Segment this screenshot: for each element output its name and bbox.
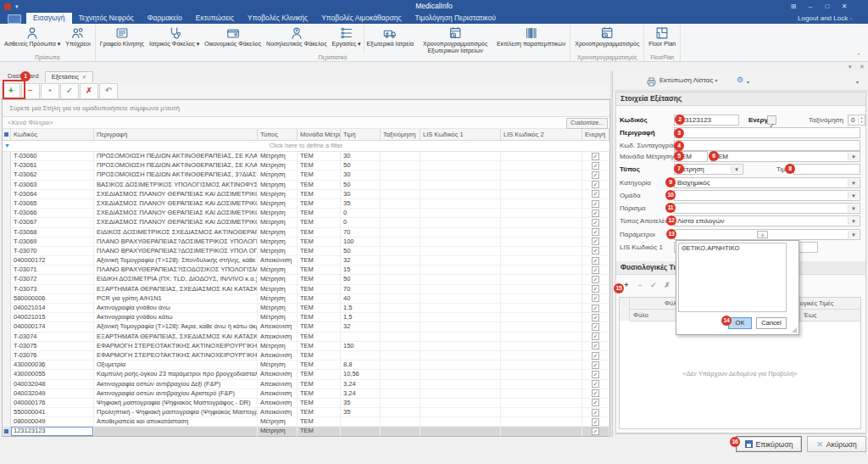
table-row[interactable]: T-03060ΠΡΟΣΟΜΟΙΩΣΗ ΠΕΔΙΩΝ ΑΚΤΙΝΟΘΕΡΑΠΕΙΑ… xyxy=(3,152,609,161)
ribbon-button[interactable]: Floor Plan xyxy=(646,25,678,53)
table-row[interactable]: 430000055Καμπύλη ροής-όγκου 23 παράμετρο… xyxy=(3,370,609,379)
ok-button[interactable]: OK xyxy=(728,317,752,329)
active-checkbox[interactable]: ✓ xyxy=(592,247,599,254)
parameters-list[interactable]: ΘΕΤΙΚΟ,ΑΡΝΗΤΙΚΟ xyxy=(678,243,787,312)
ribbon-button[interactable]: Νοσηλευτικός Φάκελος xyxy=(264,25,329,53)
table-row[interactable]: T-03072ΕΙΔΙΚΗ ΔΟΣΙΜΕΤΡΙΑ (ΠΧ: TLD, ΔΙΟΔΟ… xyxy=(3,275,609,284)
save-button[interactable]: ✓ xyxy=(60,83,79,99)
active-checkbox[interactable]: ✓ xyxy=(592,323,599,331)
active-checkbox[interactable]: ✓ xyxy=(592,210,599,217)
table-row[interactable]: 080000049Αποθεραπεία και αποκατάστασηΜέτ… xyxy=(3,417,609,427)
table-row[interactable]: T-03066ΣΧΕΔΙΑΣΜΟΣ ΠΛΑΝΟΥ ΘΕΡΑΠΕΙΑΣ ΚΑΙ Δ… xyxy=(3,209,609,218)
edit-button[interactable]: • xyxy=(41,83,59,99)
minimize-button[interactable]: – xyxy=(802,0,819,13)
ribbon-button[interactable]: Γραφείο Κίνησης xyxy=(97,25,147,53)
chevron-down-icon[interactable]: ▼ xyxy=(848,204,859,212)
table-row[interactable]: T-03065ΣΧΕΔΙΑΣΜΟΣ ΠΛΑΝΟΥ ΘΕΡΑΠΕΙΑΣ ΚΑΙ Δ… xyxy=(3,199,609,209)
active-checkbox[interactable]: ✓ xyxy=(592,171,599,179)
table-row[interactable]: T-03075ΕΦΑΡΜΟΓΗ ΣΤΕΡΕΟΤΑΚΤΙΚΗΣ ΑΚΤΙΝΟΧΕΙ… xyxy=(3,342,609,351)
refresh-button[interactable]: ↶ xyxy=(99,83,118,99)
ribbon-button[interactable]: Ιατρικός Φάκελος ▾ xyxy=(147,25,202,53)
description-input[interactable] xyxy=(674,127,860,138)
close-button[interactable]: ✕ xyxy=(836,0,853,13)
type-combo[interactable]: Μέτρηση▼ xyxy=(674,164,743,175)
active-checkbox[interactable]: ✓ xyxy=(592,181,599,188)
ribbon-button[interactable]: Εξωτερικά Ιατρεία xyxy=(364,25,416,53)
chevron-down-icon[interactable]: ▼ xyxy=(848,153,859,160)
ribbon-tab-3[interactable]: Εκτυπώσεις xyxy=(189,13,241,24)
popup-cancel-button[interactable]: Cancel xyxy=(756,317,787,329)
table-row[interactable]: T-03071ΠΛΑΝΟ ΒΡΑΧΥΘΕΡΑΠΕΙΑΣ?ΙΣΟΔΟΣΙΚΟΣ Υ… xyxy=(3,266,609,275)
nv-save-button[interactable]: ✓ xyxy=(647,280,660,292)
cancel-button[interactable]: ✕Ακύρωση xyxy=(807,436,866,452)
ribbon-tab-2[interactable]: Φαρμακείο xyxy=(141,13,189,24)
inline-editor-button[interactable]: a xyxy=(757,231,768,238)
table-row[interactable]: 123123123ΜέτρησηΤΕΜ✓ xyxy=(3,427,609,436)
column-header-6[interactable]: LIS Κωδικός 1 xyxy=(420,129,501,141)
price-input[interactable] xyxy=(793,164,860,175)
active-checkbox[interactable]: ✓ xyxy=(592,162,599,170)
panel-splitter[interactable] xyxy=(610,71,613,437)
result-type-combo[interactable]: Λίστα επιλογών▼ xyxy=(674,215,860,226)
active-checkbox[interactable]: ✓ xyxy=(592,200,599,208)
table-row[interactable]: T-03061ΠΡΟΣΟΜΟΙΩΣΗ ΠΕΔΙΩΝ ΑΚΤΙΝΟΘΕΡΑΠΕΙΑ… xyxy=(3,161,609,171)
restore-button[interactable]: □ xyxy=(819,0,836,13)
active-checkbox[interactable]: ✓ xyxy=(592,371,599,378)
ribbon-button[interactable]: Υπόχρεοι xyxy=(63,25,92,53)
column-header-8[interactable]: Ενεργή xyxy=(582,129,609,141)
active-checkbox[interactable]: ✓ xyxy=(592,257,599,265)
column-header-2[interactable]: Τύπος xyxy=(258,129,298,141)
nv-column-to[interactable]: Έως xyxy=(800,310,860,321)
table-row[interactable]: T-03064ΣΧΕΔΙΑΣΜΟΣ ΠΛΑΝΟΥ ΘΕΡΑΠΕΙΑΣ ΚΑΙ Δ… xyxy=(3,190,609,199)
active-checkbox[interactable]: ✓ xyxy=(592,153,599,160)
table-row[interactable]: T-03070ΠΛΑΝΟ ΒΡΑΧΥΘΕΡΑΠΕΙΑΣ?ΔΟΣΙΜΕΤΡΙΚΟΣ… xyxy=(3,247,609,256)
spinner-arrows-icon[interactable]: ▴▾ xyxy=(858,115,865,124)
table-row[interactable]: 040000174Αξονική Τομογραφία (Τ>128): Άκρ… xyxy=(3,322,609,332)
ribbon-button[interactable]: Οικονομικός Φάκελος xyxy=(202,25,264,53)
cancel-button[interactable]: ✗ xyxy=(80,83,98,99)
chevron-down-icon[interactable]: ▼ xyxy=(731,165,742,173)
nv-del-button[interactable]: − xyxy=(633,280,647,292)
table-row[interactable]: T-03074ΕΞΑΡΤΗΜΑΤΑ ΘΕΡΑΠΕΙΑΣ, ΣΧΕΔΙΑΣΜΟΣ … xyxy=(3,333,609,342)
table-row[interactable]: 550000041Προληπτική - Ψηφιακή μαστογραφί… xyxy=(3,408,609,417)
active-checkbox[interactable]: ✓ xyxy=(592,228,599,236)
chevron-down-icon[interactable]: ▼ xyxy=(848,231,859,238)
active-checkbox[interactable]: ✓ xyxy=(592,276,599,283)
table-row[interactable]: 040021014Ακτινογραφία γνάθου άνωΜέτρησηΤ… xyxy=(3,304,609,313)
print-list-button[interactable]: Εκτύπωση Λίστας ▾ xyxy=(659,76,718,84)
finding-combo[interactable]: ▼ xyxy=(674,203,860,214)
table-row[interactable]: T-03069ΠΛΑΝΟ ΒΡΑΧΥΘΕΡΑΠΕΙΑΣ?ΔΟΣΙΜΕΤΡΙΚΟΣ… xyxy=(3,238,609,247)
active-checkbox[interactable]: ✓ xyxy=(592,305,599,312)
group-by-panel[interactable]: Σύρετε μια Στήλη για να ομαδοποιήσετε σύ… xyxy=(3,100,609,117)
table-row[interactable]: T-03076ΕΦΑΡΜΟΓΗ ΣΤΕΡΕΟΤΑΚΤΙΚΗΣ ΑΚΤΙΝΟΧΕΙ… xyxy=(3,351,609,361)
prescription-code-input[interactable] xyxy=(674,140,860,151)
active-checkbox[interactable]: ✓ xyxy=(592,361,599,369)
pin-panel-icon[interactable]: ▾ xyxy=(849,64,852,70)
active-checkbox[interactable]: ✓ xyxy=(592,418,599,426)
document-tab-1[interactable]: Εξετάσεις✕ xyxy=(45,71,93,82)
close-tab-icon[interactable]: ✕ xyxy=(82,75,86,80)
chevron-down-icon[interactable]: ▼ xyxy=(848,192,859,199)
active-checkbox[interactable]: ✓ xyxy=(592,285,599,293)
nv-cancel-button[interactable]: ✗ xyxy=(660,280,674,292)
active-checkbox[interactable]: ✓ xyxy=(592,380,599,388)
ribbon-button[interactable]: Εργασίες ▾ xyxy=(330,25,364,53)
logout-and-lock-button[interactable]: Logout and Lock ▾ xyxy=(798,13,852,25)
list-item[interactable]: ΘΕΤΙΚΟ,ΑΡΝΗΤΙΚΟ xyxy=(679,243,786,253)
chevron-down-icon[interactable]: ▼ xyxy=(848,179,859,187)
sort-spinner[interactable]: 0▴▾ xyxy=(848,115,865,126)
table-row[interactable]: 430000036ΟξυμετρίαΜέτρησηΤΕΜ8,8✓ xyxy=(3,361,609,370)
table-row[interactable]: 040000176Ψηφιακή μαστογραφία (Ψηφιακός Μ… xyxy=(3,399,609,408)
ribbon-tab-0[interactable]: Εισαγωγή xyxy=(26,13,72,24)
table-row[interactable]: 040000172Αξονική Τομογραφία (Τ>128): Σπο… xyxy=(3,256,609,266)
close-panel-icon[interactable]: ✕ xyxy=(860,64,865,70)
table-row[interactable]: T-03073ΕΞΑΡΤΗΜΑΤΑ ΘΕΡΑΠΕΙΑΣ, ΣΧΕΔΙΑΣΜΟΣ … xyxy=(3,285,609,294)
column-header-4[interactable]: Τιμή xyxy=(341,129,381,141)
confirm-button[interactable]: Επικύρωση xyxy=(736,436,802,452)
table-row[interactable]: T-03062ΠΡΟΣΟΜΟΙΩΣΗ ΠΕΔΙΩΝ ΑΚΤΙΝΟΘΕΡΑΠΕΙΑ… xyxy=(3,171,609,180)
column-header-5[interactable]: Ταξινόμηση xyxy=(381,129,420,141)
active-checkbox[interactable]: ✓ xyxy=(592,342,599,349)
active-checkbox[interactable]: ✓ xyxy=(592,266,599,274)
filter-row[interactable]: ▼ Click here to define a filter xyxy=(3,141,609,152)
active-checkbox[interactable]: ✓ xyxy=(592,409,599,416)
